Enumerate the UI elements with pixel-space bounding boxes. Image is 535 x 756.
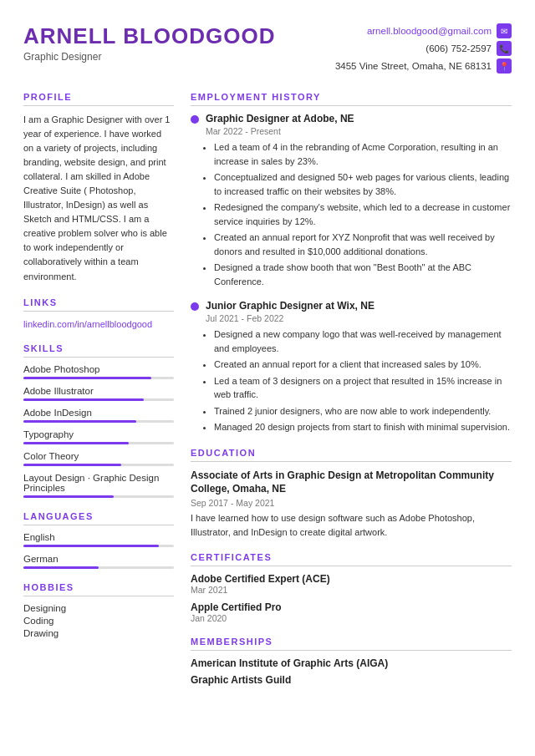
job-bullet: Conceptualized and designed 50+ web page…: [214, 170, 512, 198]
linkedin-link[interactable]: linkedin.com/in/arnellbloodgood: [23, 319, 152, 329]
links-section-title: LINKS: [23, 297, 174, 312]
job-title: Junior Graphic Designer at Wix, NE: [206, 300, 374, 312]
main-layout: PROFILE I am a Graphic Designer with ove…: [23, 92, 512, 691]
skill-item: Color Theory: [23, 451, 174, 466]
job-bullet: Managed 20 design projects from start to…: [214, 420, 512, 434]
cert-item: Apple Certified Pro Jan 2020: [191, 601, 512, 623]
header-left: ARNELL BLOODGOOD Graphic Designer: [23, 23, 276, 63]
skills-list: Adobe Photoshop Adobe Illustrator Adobe …: [23, 364, 174, 498]
skill-bar-fill: [23, 495, 114, 498]
job-item: Junior Graphic Designer at Wix, NE Jul 2…: [191, 300, 512, 434]
job-bullet: Led a team of 4 in the rebranding of Acm…: [214, 140, 512, 168]
phone-row: (606) 752-2597 📞: [335, 41, 512, 56]
job-item: Graphic Designer at Adobe, NE Mar 2022 -…: [191, 113, 512, 288]
skill-item: Typography: [23, 429, 174, 444]
hobby-item: Designing: [23, 603, 174, 613]
certificates-list: Adobe Certified Expert (ACE) Mar 2021 Ap…: [191, 573, 512, 623]
skill-item: Layout Design · Graphic Design Principle…: [23, 473, 174, 498]
cert-date: Jan 2020: [191, 613, 512, 623]
skill-name: Typography: [23, 429, 174, 439]
lang-name: English: [23, 532, 174, 542]
certificates-section-title: CERTIFICATES: [191, 552, 512, 566]
skill-bar-bg: [23, 495, 174, 498]
header-right: arnell.bloodgood@gmail.com ✉ (606) 752-2…: [335, 23, 512, 74]
job-bullet: Led a team of 3 designers on a project t…: [214, 374, 512, 402]
skill-bar-fill: [23, 420, 136, 423]
skill-bar-fill: [23, 377, 151, 379]
skill-item: Adobe Photoshop: [23, 364, 174, 379]
skill-name: Adobe Photoshop: [23, 364, 174, 374]
skill-bar-fill: [23, 442, 129, 444]
edu-dates: Sep 2017 - May 2021: [191, 498, 512, 508]
cert-name: Apple Certified Pro: [191, 601, 512, 613]
cert-date: Mar 2021: [191, 585, 512, 595]
phone-icon: 📞: [497, 41, 512, 56]
email-link[interactable]: arnell.bloodgood@gmail.com: [367, 26, 492, 36]
skill-name: Adobe Illustrator: [23, 386, 174, 396]
location-icon: 📍: [497, 58, 512, 74]
cert-name: Adobe Certified Expert (ACE): [191, 573, 512, 585]
lang-bar-fill: [23, 566, 99, 569]
job-bullets: Led a team of 4 in the rebranding of Acm…: [214, 140, 512, 288]
job-bullets: Designed a new company logo that was wel…: [214, 327, 512, 434]
cert-item: Adobe Certified Expert (ACE) Mar 2021: [191, 573, 512, 595]
skill-name: Adobe InDesign: [23, 408, 174, 418]
employment-list: Graphic Designer at Adobe, NE Mar 2022 -…: [191, 113, 512, 434]
skill-name: Color Theory: [23, 451, 174, 461]
skill-item: Adobe InDesign: [23, 408, 174, 423]
edu-degree: Associate of Arts in Graphic Design at M…: [191, 469, 512, 497]
candidate-name: ARNELL BLOODGOOD: [23, 23, 276, 49]
job-bullet: Designed a trade show booth that won "Be…: [214, 261, 512, 288]
lang-bar-bg: [23, 545, 174, 547]
email-icon: ✉: [497, 23, 512, 38]
hobby-item: Coding: [23, 616, 174, 626]
skill-name: Layout Design · Graphic Design Principle…: [23, 473, 174, 493]
membership-item: Graphic Artists Guild: [191, 674, 512, 686]
edu-desc: I have learned how to use design softwar…: [191, 511, 512, 539]
languages-section-title: LANGUAGES: [23, 511, 174, 525]
lang-name: German: [23, 554, 174, 564]
hobbies-list: DesigningCodingDrawing: [23, 603, 174, 638]
job-bullet: Created an annual report for a client th…: [214, 358, 512, 372]
languages-list: English German: [23, 532, 174, 569]
hobbies-section-title: HOBBIES: [23, 582, 174, 596]
job-dates: Mar 2022 - Present: [206, 126, 512, 136]
job-title: Graphic Designer at Adobe, NE: [206, 113, 354, 124]
resume-header: ARNELL BLOODGOOD Graphic Designer arnell…: [23, 23, 512, 74]
email-row: arnell.bloodgood@gmail.com ✉: [335, 23, 512, 38]
education-section: Associate of Arts in Graphic Design at M…: [191, 469, 512, 540]
skill-bar-bg: [23, 464, 174, 466]
lang-bar-bg: [23, 566, 174, 569]
job-dot: [191, 302, 199, 311]
employment-section-title: EMPLOYMENT HISTORY: [191, 92, 512, 106]
hobby-item: Drawing: [23, 628, 174, 638]
skill-bar-bg: [23, 420, 174, 423]
address-text: 3455 Vine Street, Omaha, NE 68131: [335, 61, 492, 71]
lang-bar-fill: [23, 545, 159, 547]
membership-item: American Institute of Graphic Arts (AIGA…: [191, 657, 512, 669]
job-dates: Jul 2021 - Feb 2022: [206, 313, 512, 323]
candidate-title: Graphic Designer: [23, 51, 276, 63]
address-row: 3455 Vine Street, Omaha, NE 68131 📍: [335, 58, 512, 74]
education-section-title: EDUCATION: [191, 448, 512, 462]
job-bullet: Trained 2 junior designers, who are now …: [214, 404, 512, 419]
skill-bar-bg: [23, 398, 174, 401]
phone-text: (606) 752-2597: [425, 43, 492, 53]
profile-section-title: PROFILE: [23, 92, 174, 106]
memberships-section-title: MEMBERSHIPS: [191, 637, 512, 651]
job-header: Graphic Designer at Adobe, NE: [191, 113, 512, 124]
job-header: Junior Graphic Designer at Wix, NE: [191, 300, 512, 312]
language-item: English: [23, 532, 174, 547]
skills-section-title: SKILLS: [23, 343, 174, 358]
language-item: German: [23, 554, 174, 569]
job-bullet: Redesigned the company's website, which …: [214, 200, 512, 228]
right-column: EMPLOYMENT HISTORY Graphic Designer at A…: [191, 92, 512, 691]
memberships-list: American Institute of Graphic Arts (AIGA…: [191, 657, 512, 686]
job-bullet: Created an annual report for XYZ Nonprof…: [214, 231, 512, 258]
left-column: PROFILE I am a Graphic Designer with ove…: [23, 92, 174, 691]
job-dot: [191, 115, 199, 124]
job-bullet: Designed a new company logo that was wel…: [214, 327, 512, 355]
skill-bar-bg: [23, 442, 174, 444]
skill-bar-fill: [23, 398, 144, 401]
links-section: linkedin.com/in/arnellbloodgood: [23, 318, 174, 330]
